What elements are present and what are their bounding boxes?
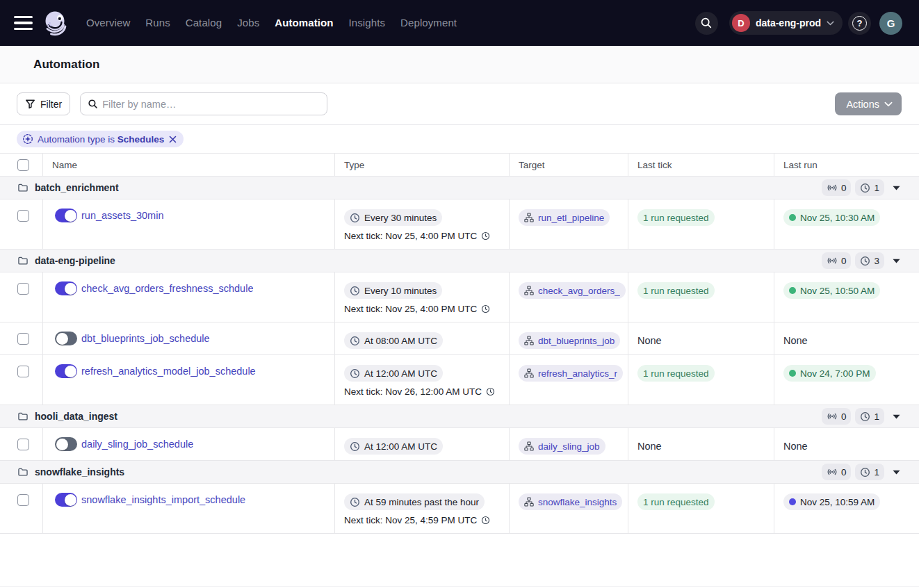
target-link[interactable]: daily_sling_job [538, 441, 600, 452]
target-chip[interactable]: snowflake_insights [519, 493, 622, 510]
filter-button[interactable]: Filter [17, 92, 70, 115]
schedule-text: At 12:00 AM UTC [364, 441, 437, 452]
target-chip[interactable]: daily_sling_job [519, 438, 605, 455]
search-input[interactable] [80, 92, 327, 115]
schedule-chip[interactable]: Every 10 minutes [344, 282, 442, 299]
last-tick-chip[interactable]: 1 run requested [637, 209, 715, 226]
last-tick-text: 1 run requested [643, 213, 709, 223]
next-tick-text: Next tick: Nov 25, 4:59 PM UTC [344, 514, 477, 527]
job-icon [524, 213, 534, 222]
target-link[interactable]: dbt_blueprints_job [538, 336, 615, 346]
chevron-down-icon [884, 101, 893, 107]
last-tick-chip[interactable]: 1 run requested [637, 493, 715, 510]
avatar[interactable]: G [879, 12, 902, 35]
target-link[interactable]: run_etl_pipeline [538, 213, 604, 223]
last-run-chip[interactable]: Nov 25, 10:30 AM [783, 209, 880, 226]
group-row-snowflake_insights: snowflake_insights01 [0, 461, 919, 484]
target-chip[interactable]: dbt_blueprints_job [519, 332, 620, 349]
search-icon[interactable] [695, 12, 718, 35]
automation-name-link[interactable]: run_assets_30min [81, 209, 164, 222]
group-name: hooli_data_ingest [35, 411, 117, 422]
automation-name-link[interactable]: dbt_blueprints_job_schedule [81, 332, 210, 345]
job-icon [524, 441, 534, 451]
target-link[interactable]: refresh_analytics_r [538, 368, 617, 379]
toggle-on[interactable] [55, 209, 77, 222]
help-icon[interactable]: ? [848, 12, 871, 35]
last-run-time: Nov 25, 10:30 AM [800, 213, 875, 223]
row-checkbox[interactable] [17, 494, 29, 506]
automation-row: check_avg_orders_freshness_schduleEvery … [0, 272, 919, 322]
toggle-on[interactable] [55, 364, 77, 378]
automation-name-link[interactable]: check_avg_orders_freshness_schdule [81, 281, 253, 295]
job-icon [524, 336, 534, 345]
sensor-icon [827, 255, 838, 266]
nav-link-overview[interactable]: Overview [86, 17, 130, 28]
filter-tag-automation-type[interactable]: Automation type is Schedules [17, 131, 184, 147]
row-last-run-cell: Nov 25, 10:30 AM [774, 199, 919, 249]
row-checkbox[interactable] [17, 283, 29, 295]
automation-row: snowflake_insights_import_scheduleAt 59 … [0, 484, 919, 534]
collapse-caret-icon[interactable] [893, 186, 900, 190]
select-all-checkbox[interactable] [17, 159, 29, 171]
folder-icon [17, 466, 29, 477]
folder-icon [17, 411, 29, 422]
nav-item-runs: Runs [145, 17, 170, 29]
toggle-knob [56, 333, 68, 345]
schedule-chip[interactable]: At 12:00 AM UTC [344, 365, 443, 382]
actions-button[interactable]: Actions [835, 92, 902, 115]
workspace-switcher[interactable]: D data-eng-prod [729, 11, 843, 35]
row-checkbox-cell [0, 428, 42, 460]
sensor-count-badge: 0 [822, 464, 852, 480]
last-tick-chip[interactable]: 1 run requested [637, 282, 715, 299]
nav-link-deployment[interactable]: Deployment [400, 17, 457, 28]
schedule-chip[interactable]: At 08:00 AM UTC [344, 332, 443, 349]
nav-link-catalog[interactable]: Catalog [186, 17, 222, 28]
nav-link-jobs[interactable]: Jobs [237, 17, 259, 28]
target-link[interactable]: check_avg_orders_ [538, 286, 620, 296]
row-last-run-cell: Nov 25, 10:59 AM [774, 484, 919, 533]
toggle-on[interactable] [55, 281, 77, 295]
automation-condition-icon [22, 133, 33, 145]
schedule-chip[interactable]: Every 30 minutes [344, 209, 442, 226]
row-checkbox[interactable] [17, 366, 29, 377]
row-target-cell: check_avg_orders_ [509, 272, 628, 322]
top-nav: OverviewRunsCatalogJobsAutomationInsight… [0, 0, 919, 46]
column-header-name: Name [42, 154, 334, 176]
toggle-on[interactable] [55, 493, 77, 507]
row-type-cell: Every 30 minutesNext tick: Nov 25, 4:00 … [334, 199, 509, 249]
row-checkbox[interactable] [17, 210, 29, 222]
close-icon[interactable] [168, 135, 177, 144]
collapse-caret-icon[interactable] [893, 259, 900, 263]
target-chip[interactable]: run_etl_pipeline [519, 209, 610, 226]
schedule-chip[interactable]: At 59 minutes past the hour [344, 493, 485, 510]
row-checkbox[interactable] [17, 333, 29, 345]
collapse-caret-icon[interactable] [893, 470, 900, 475]
last-run-chip[interactable]: Nov 24, 7:00 PM [783, 365, 876, 382]
column-header-last-tick: Last tick [628, 154, 774, 176]
toggle-off[interactable] [55, 437, 77, 451]
workspace-name: data-eng-prod [756, 17, 821, 28]
next-tick-text: Next tick: Nov 25, 4:00 PM UTC [344, 302, 477, 316]
last-run-chip[interactable]: Nov 25, 10:50 AM [783, 282, 880, 299]
row-checkbox[interactable] [17, 439, 29, 450]
run-status-dot [789, 370, 796, 377]
last-tick-chip[interactable]: 1 run requested [637, 365, 715, 382]
target-link[interactable]: snowflake_insights [538, 497, 617, 507]
toggle-off[interactable] [55, 332, 77, 345]
schedule-icon [860, 256, 870, 266]
automation-name-link[interactable]: refresh_analytics_model_job_schedule [81, 364, 256, 378]
last-run-chip[interactable]: Nov 25, 10:59 AM [783, 493, 880, 510]
automation-name-link[interactable]: daily_sling_job_schedule [81, 437, 193, 451]
hamburger-menu-icon[interactable] [14, 16, 33, 30]
funnel-icon [25, 99, 35, 109]
nav-link-runs[interactable]: Runs [145, 17, 170, 28]
schedule-chip[interactable]: At 12:00 AM UTC [344, 438, 443, 455]
row-last-tick-cell: 1 run requested [628, 199, 774, 249]
collapse-caret-icon[interactable] [893, 414, 900, 419]
automation-name-link[interactable]: snowflake_insights_import_schedule [81, 493, 245, 507]
target-chip[interactable]: refresh_analytics_r [519, 365, 623, 382]
nav-link-automation[interactable]: Automation [275, 17, 333, 28]
target-chip[interactable]: check_avg_orders_ [519, 282, 626, 299]
row-checkbox-cell [0, 199, 42, 249]
nav-link-insights[interactable]: Insights [349, 17, 386, 28]
